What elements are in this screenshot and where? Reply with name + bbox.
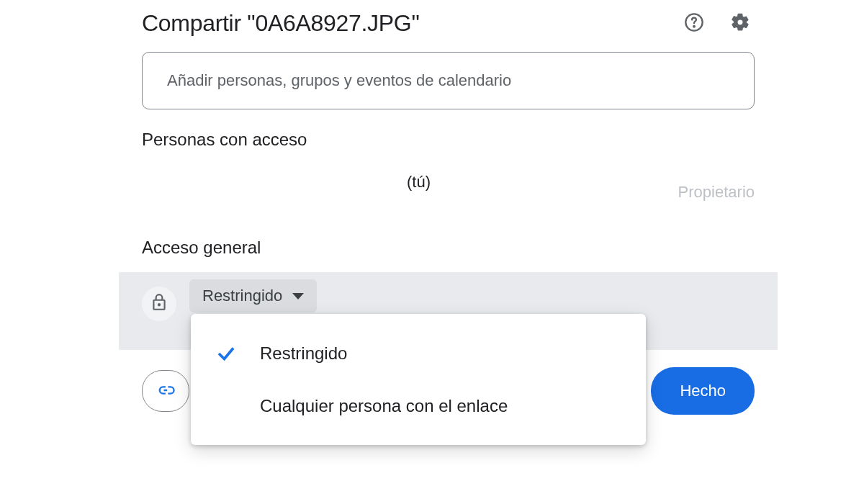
you-label: (tú) xyxy=(407,173,431,192)
person-row: (tú) Propietario xyxy=(119,164,778,238)
copy-link-button[interactable] xyxy=(142,370,189,412)
check-icon xyxy=(214,343,238,364)
access-level-dropdown[interactable]: Restringido xyxy=(189,279,317,312)
person-role: Propietario xyxy=(678,183,755,202)
add-people-wrap xyxy=(119,52,778,130)
share-dialog: Compartir "0A6A8927.JPG" Personas con ac… xyxy=(119,0,778,432)
help-icon xyxy=(684,12,704,35)
access-selected-label: Restringido xyxy=(202,287,282,305)
svg-point-1 xyxy=(693,25,696,27)
general-access-heading: Acceso general xyxy=(119,238,778,258)
access-option-restricted[interactable]: Restringido xyxy=(191,327,646,380)
people-access-heading: Personas con acceso xyxy=(119,130,778,150)
gear-icon xyxy=(730,12,750,35)
dialog-title: Compartir "0A6A8927.JPG" xyxy=(142,10,680,37)
help-button[interactable] xyxy=(680,9,708,37)
chevron-down-icon xyxy=(292,293,304,300)
add-people-input[interactable] xyxy=(142,52,755,109)
access-option-label: Cualquier persona con el enlace xyxy=(260,396,508,416)
lock-icon xyxy=(150,293,168,315)
header-actions xyxy=(680,9,755,37)
done-button[interactable]: Hecho xyxy=(651,367,755,415)
access-dropdown-menu: Restringido Cualquier persona con el enl… xyxy=(191,314,646,445)
lock-icon-circle xyxy=(142,287,176,321)
link-icon xyxy=(156,380,176,402)
access-option-anyone-link[interactable]: Cualquier persona con el enlace xyxy=(191,380,646,432)
general-access-row: Restringido Restringido Cualquier person… xyxy=(119,272,778,350)
settings-button[interactable] xyxy=(726,9,755,37)
access-option-label: Restringido xyxy=(260,343,347,364)
dialog-header: Compartir "0A6A8927.JPG" xyxy=(119,0,778,52)
